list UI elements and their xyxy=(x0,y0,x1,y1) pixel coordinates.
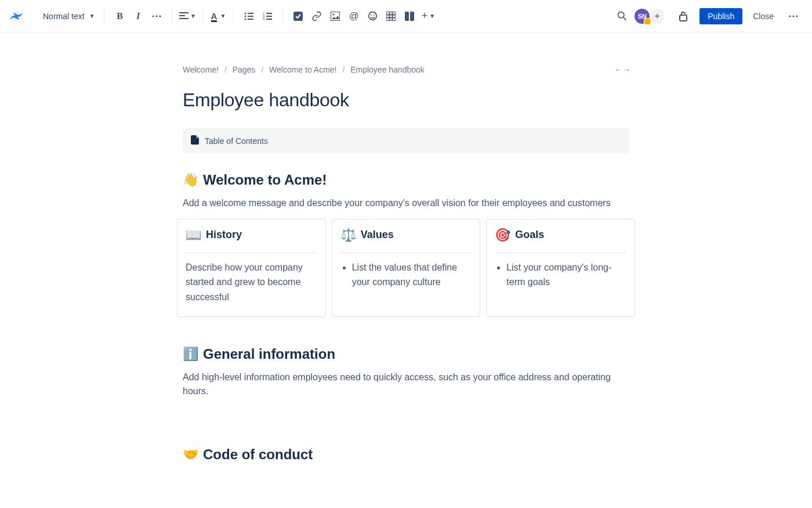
confluence-logo-icon xyxy=(9,9,23,23)
bullet-list-button[interactable] xyxy=(240,8,258,25)
svg-rect-5 xyxy=(179,18,188,19)
toolbar-separator xyxy=(202,9,203,23)
svg-rect-33 xyxy=(680,15,687,21)
mention-button[interactable]: @ xyxy=(345,8,362,25)
section-body[interactable]: Add a welcome message and describe your … xyxy=(183,196,629,211)
italic-button[interactable]: I xyxy=(129,8,147,25)
link-button[interactable] xyxy=(308,8,325,25)
toolbar-separator xyxy=(172,9,172,23)
insert-button[interactable]: +▼ xyxy=(419,8,437,25)
svg-rect-19 xyxy=(331,12,340,21)
search-button[interactable] xyxy=(613,8,630,25)
text-style-label: Normal text xyxy=(43,12,85,21)
toolbar-separator xyxy=(104,9,104,23)
svg-point-36 xyxy=(796,15,798,17)
breadcrumb-item[interactable]: Welcome to Acme! xyxy=(269,65,336,74)
editor-content[interactable]: Welcome! / Pages / Welcome to Acme! / Em… xyxy=(183,33,629,494)
svg-point-22 xyxy=(371,15,372,16)
section-heading-conduct[interactable]: 🤝 Code of conduct xyxy=(183,446,629,463)
text-style-selector[interactable]: Normal text ▼ xyxy=(39,9,98,23)
svg-point-8 xyxy=(245,15,246,17)
text-color-button[interactable]: A▼ xyxy=(209,8,227,25)
restrictions-button[interactable] xyxy=(675,8,692,25)
layouts-button[interactable] xyxy=(401,8,418,25)
section-heading-text: Welcome to Acme! xyxy=(203,172,327,188)
svg-point-35 xyxy=(792,15,794,17)
align-button[interactable]: ▼ xyxy=(179,8,196,25)
close-button[interactable]: Close xyxy=(746,8,781,24)
numbered-list-button[interactable]: 123 xyxy=(259,8,276,25)
svg-rect-17 xyxy=(266,19,272,20)
publish-button[interactable]: Publish xyxy=(699,8,742,24)
editor-toolbar: Normal text ▼ B I ▼ A▼ 123 @ +▼ xyxy=(0,0,812,33)
svg-point-21 xyxy=(369,12,377,20)
svg-rect-11 xyxy=(248,19,253,20)
toc-label: Table of Contents xyxy=(205,136,268,146)
wave-emoji-icon: 👋 xyxy=(183,172,198,188)
section-heading-welcome[interactable]: 👋 Welcome to Acme! xyxy=(183,172,629,188)
toolbar-separator xyxy=(233,9,234,23)
image-button[interactable] xyxy=(327,8,344,25)
section-heading-text: General information xyxy=(203,346,335,362)
target-emoji-icon: 🎯 xyxy=(495,228,510,243)
table-button[interactable] xyxy=(382,8,400,25)
svg-rect-4 xyxy=(179,15,185,16)
svg-rect-29 xyxy=(405,12,409,21)
document-icon xyxy=(191,135,199,146)
info-emoji-icon: ℹ️ xyxy=(183,347,198,362)
svg-line-32 xyxy=(624,17,626,20)
svg-rect-7 xyxy=(248,13,253,14)
svg-point-20 xyxy=(333,13,335,15)
breadcrumb-item[interactable]: Welcome! xyxy=(183,65,219,74)
table-of-contents-macro[interactable]: Table of Contents xyxy=(183,128,629,153)
card-values[interactable]: ⚖️ Values List the values that define yo… xyxy=(332,219,481,317)
svg-point-0 xyxy=(153,15,154,17)
add-collaborator-button[interactable]: + xyxy=(650,9,665,24)
svg-rect-9 xyxy=(248,16,253,17)
svg-rect-13 xyxy=(266,13,272,14)
emoji-button[interactable] xyxy=(364,8,381,25)
card-history[interactable]: 📖 History Describe how your company star… xyxy=(177,219,326,317)
card-list-item[interactable]: List your company's long-term goals xyxy=(506,260,626,290)
page-width-toggle[interactable]: ← → xyxy=(614,65,629,74)
svg-rect-30 xyxy=(410,12,414,21)
svg-rect-24 xyxy=(386,12,396,21)
breadcrumb: Welcome! / Pages / Welcome to Acme! / Em… xyxy=(183,65,425,74)
chevron-down-icon: ▼ xyxy=(89,13,95,19)
card-list-item[interactable]: List the values that define your company… xyxy=(352,260,472,290)
svg-text:3: 3 xyxy=(263,18,265,20)
toolbar-separator xyxy=(282,9,283,23)
breadcrumb-item[interactable]: Pages xyxy=(233,65,256,74)
svg-point-2 xyxy=(160,15,161,17)
more-actions-button[interactable] xyxy=(785,8,802,25)
card-title: Goals xyxy=(515,229,544,241)
section-body[interactable]: Add high-level information employees nee… xyxy=(183,370,629,399)
card-title: Values xyxy=(361,229,394,241)
svg-point-31 xyxy=(618,12,624,18)
action-item-button[interactable] xyxy=(289,8,307,25)
svg-point-10 xyxy=(245,18,246,20)
breadcrumb-item[interactable]: Employee handbook xyxy=(350,65,425,74)
handshake-emoji-icon: 🤝 xyxy=(183,447,198,462)
svg-point-1 xyxy=(156,15,158,17)
cards-layout: 📖 History Describe how your company star… xyxy=(177,219,635,317)
more-formatting-button[interactable] xyxy=(148,8,165,25)
svg-rect-3 xyxy=(179,12,188,13)
avatar-initials: SN xyxy=(638,13,647,20)
user-avatar[interactable]: SN xyxy=(635,9,650,24)
bold-button[interactable]: B xyxy=(111,8,128,25)
page-title[interactable]: Employee handbook xyxy=(183,89,629,111)
svg-rect-18 xyxy=(293,12,303,21)
section-heading-text: Code of conduct xyxy=(203,446,313,463)
card-title: History xyxy=(206,229,242,241)
book-emoji-icon: 📖 xyxy=(186,228,201,243)
card-body[interactable]: Describe how your company started and gr… xyxy=(186,260,317,305)
card-goals[interactable]: 🎯 Goals List your company's long-term go… xyxy=(486,219,635,317)
svg-rect-15 xyxy=(266,16,272,17)
svg-point-23 xyxy=(374,15,375,16)
svg-point-6 xyxy=(245,12,246,14)
section-heading-general[interactable]: ℹ️ General information xyxy=(183,346,629,362)
svg-point-34 xyxy=(789,15,791,17)
scale-emoji-icon: ⚖️ xyxy=(340,228,356,243)
